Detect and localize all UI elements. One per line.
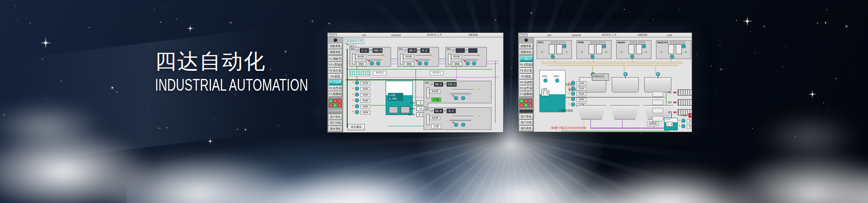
tank-level-value: 2.3 xyxy=(541,91,549,96)
sidebar-f-button[interactable]: F2 V型滤池 xyxy=(519,62,533,68)
impeller-icon: ✳ xyxy=(580,51,583,54)
session-button[interactable]: 用户登录 xyxy=(329,115,342,120)
df-tag: DF1 xyxy=(425,108,429,111)
pump-tag: 402M xyxy=(360,87,370,91)
status-light: 故障 xyxy=(338,99,342,103)
session-button[interactable]: 用户注销 xyxy=(329,120,342,126)
pump-row: 209M xyxy=(568,97,595,101)
session-button[interactable]: 退出系统 xyxy=(329,126,342,132)
pump-row: 404M xyxy=(352,98,379,102)
preview-button[interactable]: 状态预览 xyxy=(348,124,365,130)
sidebar-f-button[interactable]: F1 预处理 xyxy=(329,56,342,62)
valve-tag: SP2 xyxy=(668,101,672,103)
sidebar-f-button[interactable]: F3 多介质 xyxy=(329,68,342,74)
sidebar-f-button[interactable]: F7 隐藏画面 xyxy=(329,92,342,97)
pump-tag: 405M xyxy=(360,105,370,109)
status-light: 停止 xyxy=(333,99,337,103)
pump-icon xyxy=(355,92,359,97)
alarm-button[interactable]: 报警查看 xyxy=(329,44,342,49)
alarm-flag xyxy=(368,60,370,62)
alarm-button[interactable]: 报警浏览 xyxy=(519,50,533,55)
pump-row: 402M xyxy=(352,87,379,90)
alarm-button[interactable]: 报警浏览 xyxy=(329,50,342,55)
sidebar-f-button[interactable]: F4 超滤 xyxy=(329,74,342,79)
phone-note: 有事打电话15016099836 xyxy=(551,126,586,130)
status-light: 停止 xyxy=(329,103,333,107)
sidebar-f-button[interactable]: F5 反渗透 xyxy=(519,80,533,85)
sidebar-f-button[interactable]: F4 超滤 xyxy=(519,74,533,79)
sidebar-f-button[interactable]: F5 反渗透 xyxy=(329,80,342,85)
valve-dot xyxy=(679,125,680,126)
valve-icon xyxy=(674,111,676,114)
utility-chip xyxy=(652,100,663,105)
reaction-tank: 207M 206M L1901 2.3 xyxy=(539,70,566,112)
state-badge: 停机 xyxy=(356,62,366,66)
window-next-button[interactable]: ▸ xyxy=(524,33,528,37)
ft-display: 0.1 xyxy=(447,109,456,113)
window-prev-button[interactable]: ◂ xyxy=(329,33,332,37)
impeller-icon: ✳ xyxy=(645,51,647,54)
pump-icon xyxy=(472,61,476,65)
valve-dot xyxy=(352,88,354,89)
valve-dot xyxy=(352,111,354,112)
valve-tag: SP1 xyxy=(668,91,672,93)
pump-icon xyxy=(571,102,575,106)
alarm-button[interactable]: 报警查看 xyxy=(519,44,533,49)
sidebar-f-button[interactable]: F2 V型滤池 xyxy=(329,62,342,68)
pump-tag: 209M xyxy=(576,97,586,102)
pump-icon xyxy=(355,104,359,108)
sidebar-f-button[interactable]: F3 多介质 xyxy=(519,68,533,74)
state-badge: 空闲 xyxy=(431,124,441,129)
analog-tag: 模拟量 xyxy=(355,55,366,59)
valve-icon xyxy=(674,91,676,94)
pump-row: 401M xyxy=(352,81,379,84)
titlebar-item: 12/02/18 xyxy=(571,34,581,36)
ct-display: 30.1 xyxy=(434,82,443,87)
session-button[interactable]: 用户登录 xyxy=(519,114,533,120)
ct-display xyxy=(456,48,465,53)
hero-banner: 四达自动化 INDUSTRIAL AUTOMATION ◂ ▸ 21012/02… xyxy=(0,0,868,203)
process-unit: DF1 CT 26.0 FT 0.1 模拟量 xyxy=(424,107,491,130)
sidebar-f-button[interactable]: F1 预处理 xyxy=(519,56,533,62)
chemical-tank xyxy=(628,44,634,54)
page-title-en: INDUSTRIAL AUTOMATION xyxy=(155,77,308,93)
ft-display: 133.2 xyxy=(447,82,457,87)
filter-press-row: SP1 xyxy=(668,90,692,95)
analog-tag: 模拟量 xyxy=(403,55,414,59)
pump-icon xyxy=(370,61,374,65)
state-badge: 停机 xyxy=(404,62,414,66)
chemical-tank xyxy=(589,44,594,54)
titlebar-item: 设置权限 xyxy=(468,33,478,37)
tank-level-value: 1.3 xyxy=(666,122,673,127)
sidebar-f-button[interactable]: F6 化学清洗 xyxy=(519,86,533,91)
pump-icon xyxy=(590,55,594,59)
sidebar-f-button[interactable]: F7 隐藏画面 xyxy=(519,92,533,97)
window-next-button[interactable]: ▸ xyxy=(333,33,337,37)
pump-icon xyxy=(571,81,575,85)
readout-value: 0.0 xyxy=(689,113,692,118)
status-light: 运行 xyxy=(519,99,524,103)
alarm-flag xyxy=(453,95,454,97)
readout-label: ORP40 xyxy=(404,113,415,115)
pump-icon xyxy=(355,87,359,91)
window-prev-button[interactable]: ◂ xyxy=(519,33,523,37)
inlet-pipe xyxy=(426,114,429,125)
valve-dot xyxy=(568,82,570,83)
sludge-basin xyxy=(610,105,639,120)
chemical-label: PAM xyxy=(578,41,584,44)
pump-icon xyxy=(551,55,555,59)
mixing-basin xyxy=(644,77,671,92)
sparkle-star-icon xyxy=(40,37,52,49)
session-button[interactable]: 用户注销 xyxy=(519,120,533,125)
session-button[interactable]: 退出系统 xyxy=(519,126,533,131)
pump-tag: 212M xyxy=(576,81,586,85)
valve-dot xyxy=(352,82,354,83)
sidebar-f-button[interactable]: F6 化学清洗 xyxy=(329,86,342,91)
impeller-icon: ✳ xyxy=(541,51,543,54)
inlet-pipe xyxy=(352,54,355,65)
ft-display xyxy=(468,48,477,53)
filter-press xyxy=(678,89,692,96)
titlebar: ◂ ▸ 21012/02/1809:05:01 上午设置权限0.00 xyxy=(519,33,692,37)
impeller-icon: ✳ xyxy=(620,51,623,54)
status-light: 停止 xyxy=(524,99,528,103)
